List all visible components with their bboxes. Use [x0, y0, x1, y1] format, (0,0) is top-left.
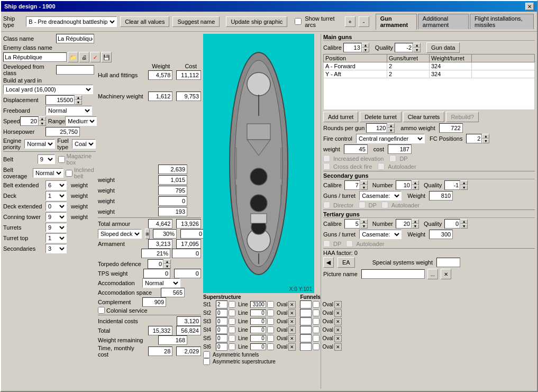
clear-turrets-button[interactable]: Clear turrets [403, 112, 445, 122]
freeboard-select[interactable]: Normal [45, 106, 92, 115]
ss-val-input-3[interactable] [216, 326, 227, 334]
displacement-input[interactable] [45, 95, 75, 105]
ss-line-check-1[interactable] [229, 309, 235, 316]
tert-number-down[interactable]: ▼ [412, 224, 419, 229]
speed-down[interactable]: ▼ [39, 121, 46, 126]
speed-input[interactable] [20, 116, 39, 126]
funnel-oval-check-4[interactable] [313, 335, 320, 342]
ss-x-btn-4[interactable]: ✕ [288, 335, 296, 342]
fc-pos-down[interactable]: ▼ [482, 139, 489, 143]
sec-dp-check[interactable] [359, 202, 366, 208]
tert-quality-down[interactable]: ▼ [460, 224, 468, 229]
inc-elevation-check[interactable] [323, 155, 330, 162]
delete-turret-button[interactable]: Delete turret [360, 112, 402, 122]
calibre-down[interactable]: ▼ [362, 48, 369, 52]
picture-x-btn[interactable]: ✕ [441, 269, 451, 279]
funnel-oval-check-2[interactable] [313, 318, 320, 325]
rounds-input[interactable] [366, 123, 387, 133]
sec-autoloader-check[interactable] [381, 202, 388, 208]
tab-flight[interactable]: Flight installations, missiles [470, 14, 534, 29]
funnel-val-input-4[interactable] [300, 334, 312, 342]
tert-calibre-up[interactable]: ▲ [360, 219, 368, 224]
ss-val-input-4[interactable] [216, 334, 227, 342]
funnel-oval-check-1[interactable] [313, 309, 320, 316]
rounds-up[interactable]: ▲ [387, 123, 395, 128]
ss-oval-check-3[interactable] [267, 326, 274, 333]
quality-input[interactable] [395, 43, 413, 52]
tert-quality-input[interactable] [444, 219, 460, 229]
arrow-btn[interactable]: ◄ [323, 257, 334, 268]
rebuild-button[interactable]: Rebuild? [446, 112, 478, 122]
torpedo-down[interactable]: ▼ [163, 264, 171, 269]
developed-input[interactable] [56, 65, 94, 75]
add-turret-button[interactable]: Add turret [323, 112, 358, 122]
ship-type-select[interactable]: B - Pre dreadnought battleship [26, 16, 117, 27]
sec-quality-up[interactable]: ▲ [460, 180, 468, 185]
ss-x-btn-1[interactable]: ✕ [288, 309, 296, 317]
ss-oval-check-0[interactable] [267, 301, 274, 308]
sec-number-up[interactable]: ▲ [412, 180, 419, 185]
tert-autoloader-check[interactable] [346, 240, 353, 247]
ss-x-btn-5[interactable]: ✕ [288, 343, 296, 351]
turret-top-select[interactable]: 1 [45, 233, 67, 243]
funnel-val-input-5[interactable] [300, 343, 312, 351]
speed-up[interactable]: ▲ [39, 116, 46, 121]
cross-deck-check[interactable] [323, 163, 330, 170]
ss-line-check-2[interactable] [229, 318, 235, 325]
print-icon-btn[interactable]: 🖨 [79, 52, 89, 62]
belt-extended-select[interactable]: 6 [45, 180, 67, 190]
gun-data-button[interactable]: Gun data [426, 42, 460, 53]
belt-coverage-select[interactable]: Normal [33, 168, 63, 178]
ss-line-check-5[interactable] [229, 343, 235, 350]
range-select[interactable]: Medium [65, 116, 97, 126]
ss-x-btn-0[interactable]: ✕ [288, 301, 296, 308]
ea-button[interactable]: EA [338, 257, 355, 268]
ss-val-input-0[interactable] [216, 300, 227, 308]
funnel-val-input-3[interactable] [300, 326, 312, 334]
tert-calibre-input[interactable] [344, 219, 360, 229]
dp-check[interactable] [389, 155, 396, 162]
autoloader-check[interactable] [378, 163, 385, 170]
asymm-funnels-check[interactable] [203, 351, 210, 358]
tert-guns-turret-select[interactable]: Casemate: [359, 230, 402, 239]
folder-icon-btn[interactable]: 📁 [68, 52, 78, 62]
funnel-val-input-2[interactable] [300, 317, 312, 325]
ss-oval-check-4[interactable] [267, 335, 274, 342]
belt-select[interactable]: 9 [38, 154, 55, 164]
tab-gun-armament[interactable]: Gun armament [376, 14, 417, 30]
quality-up[interactable]: ▲ [413, 43, 421, 48]
fc-positions-input[interactable] [466, 134, 482, 143]
minus-button[interactable]: - [359, 16, 369, 27]
displacement-down[interactable]: ▼ [75, 100, 82, 105]
funnel-oval-check-3[interactable] [313, 326, 320, 333]
tert-number-up[interactable]: ▲ [412, 219, 419, 224]
turret-row-1[interactable]: Y - Aft 2 324 [323, 70, 535, 78]
close-button[interactable]: ✕ [525, 3, 534, 10]
fire-control-select[interactable]: Central rangefinder [356, 134, 425, 143]
director-check[interactable] [323, 202, 330, 208]
sec-quality-down[interactable]: ▼ [460, 185, 468, 190]
quality-down[interactable]: ▼ [413, 48, 421, 52]
asymm-superstructure-check[interactable] [203, 358, 210, 365]
turrets-select[interactable]: 9 [45, 223, 67, 232]
funnel-oval-check-0[interactable] [313, 301, 320, 308]
sec-quality-input[interactable] [444, 180, 460, 190]
secondaries-select[interactable]: 3 [45, 244, 67, 253]
enemy-class-input[interactable] [3, 52, 67, 62]
funnel-val-input-0[interactable] [300, 300, 312, 308]
deck-select[interactable]: 1 [45, 191, 67, 200]
turret-row-0[interactable]: A - Forward 2 324 [323, 62, 535, 70]
tert-number-input[interactable] [396, 219, 412, 229]
magazine-box-check[interactable] [58, 156, 65, 163]
picture-dots-btn[interactable]: ... [427, 269, 438, 279]
ss-oval-check-2[interactable] [267, 318, 274, 325]
engine-priority-select[interactable]: Normal [24, 139, 55, 149]
calibre-input[interactable] [343, 43, 362, 52]
fc-pos-up[interactable]: ▲ [482, 134, 489, 139]
funnel-val-input-1[interactable] [300, 309, 312, 317]
funnel-oval-check-5[interactable] [313, 343, 320, 350]
rounds-down[interactable]: ▼ [387, 128, 395, 133]
update-graphic-button[interactable]: Update ship graphic [226, 16, 287, 27]
armour-scheme-select[interactable]: Sloped deck [98, 229, 142, 239]
tert-quality-up[interactable]: ▲ [460, 219, 468, 224]
